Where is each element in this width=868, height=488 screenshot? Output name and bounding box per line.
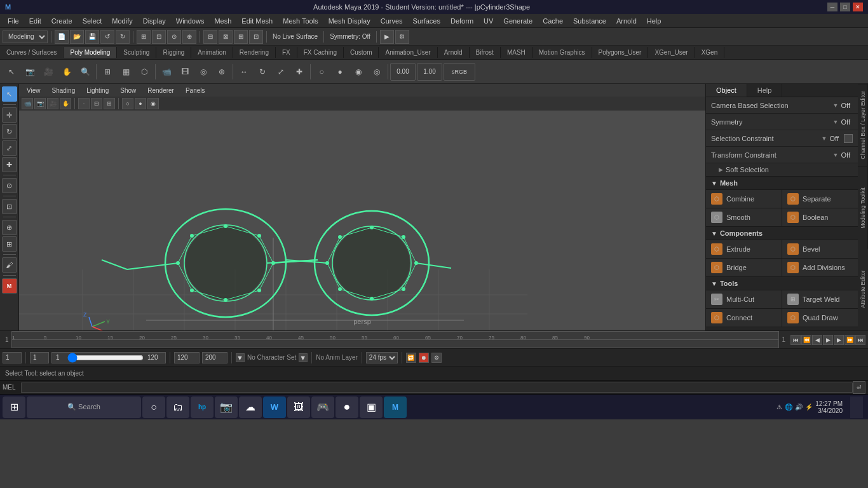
settings-btn[interactable]: ⚙ [431,353,442,363]
menu-generate[interactable]: Generate [498,16,538,26]
slider-max-val[interactable] [145,352,164,363]
vp-menu-renderer[interactable]: Renderer [142,86,179,95]
anim-layer-dropdown[interactable]: ▼ [236,353,245,362]
smooth-btn[interactable]: ⬡ Smooth [706,208,782,226]
snap-btn[interactable]: ⊕ [2,220,17,235]
step-forward-btn[interactable]: ⏩ [844,335,855,345]
tray-icon-4[interactable]: ⚡ [805,403,813,410]
tab-motion-graphics[interactable]: Motion Graphics [532,47,592,58]
combine-btn[interactable]: ⬡ Combine [706,190,782,208]
taskbar-paint[interactable]: 🖼 [287,396,310,418]
icon-shader4[interactable]: ◎ [368,63,386,81]
menu-edit[interactable]: Edit [24,16,46,26]
icon-camera[interactable]: 📷 [21,63,39,81]
menu-modify[interactable]: Modify [107,16,137,26]
transform-constraint-triangle[interactable]: ▼ [833,152,839,158]
mel-enter-btn[interactable]: ⏎ [853,381,865,394]
tools-section-header[interactable]: ▼ Tools [706,277,858,290]
menu-windows[interactable]: Windows [171,16,210,26]
tray-icon-1[interactable]: ⚠ [776,403,782,410]
vp-tb-face[interactable]: ⊞ [104,98,115,109]
open-scene-btn[interactable]: 📂 [70,30,84,44]
field2[interactable] [30,352,49,363]
taskbar-hp[interactable]: hp [191,396,214,418]
icon-frame-all[interactable]: ⊕ [213,63,231,81]
menu-mesh-display[interactable]: Mesh Display [323,16,376,26]
taskbar-word[interactable]: W [263,396,286,418]
menu-create[interactable]: Create [46,16,78,26]
menu-arnold[interactable]: Arnold [611,16,642,26]
icon-isolate[interactable]: ◎ [194,63,212,81]
snap-curve-btn[interactable]: ⊠ [219,30,233,44]
tab-fx-caching[interactable]: FX Caching [297,47,344,58]
menu-edit-mesh[interactable]: Edit Mesh [236,16,278,26]
icon-shader2[interactable]: ● [331,63,349,81]
menu-surfaces[interactable]: Surfaces [408,16,445,26]
menu-mesh[interactable]: Mesh [209,16,236,26]
scale-tool-btn[interactable]: ⤢ [2,140,17,156]
taskbar-unity[interactable]: ▣ [360,396,383,418]
menu-cache[interactable]: Cache [538,16,568,26]
menu-deform[interactable]: Deform [445,16,478,26]
select-tool-btn[interactable]: ↖ [2,86,17,102]
menu-display[interactable]: Display [138,16,171,26]
vp-tb-edge[interactable]: ⊟ [91,98,102,109]
icon-universal[interactable]: ✚ [290,63,308,81]
bevel-btn[interactable]: ⬡ Bevel [782,240,858,258]
step-back-btn[interactable]: ⏪ [801,335,811,345]
icon-rotate[interactable]: ↻ [254,63,271,81]
icon-component[interactable]: ⬡ [135,63,153,81]
current-frame-field[interactable] [3,352,22,363]
select-by-hierarchy-btn[interactable]: ⊞ [137,30,151,44]
next-frame-btn[interactable]: ▶ [834,335,844,345]
icon-zoom[interactable]: 🔍 [76,63,94,81]
vp-menu-shading[interactable]: Shading [47,86,81,95]
render-btn[interactable]: ▶ [380,30,394,44]
menu-substance[interactable]: Substance [568,16,611,26]
vp-menu-view[interactable]: View [22,86,46,95]
vp-menu-show[interactable]: Show [115,86,141,95]
tab-fx[interactable]: FX [276,47,297,58]
paint-btn[interactable]: 🖌 [2,257,17,273]
tab-curves-surfaces[interactable]: Curves / Surfaces [0,47,64,58]
icon-scale[interactable]: ⤢ [272,63,290,81]
icon-pan[interactable]: ✋ [58,63,76,81]
tab-arnold[interactable]: Arnold [438,47,470,58]
icon-camera2[interactable]: 🎥 [39,63,57,81]
maximize-button[interactable]: □ [840,3,850,11]
menu-uv[interactable]: UV [478,16,498,26]
tray-icon-3[interactable]: 🔊 [795,403,803,410]
scroll-down-arrow[interactable]: ▼ [778,330,786,330]
taskbar-cortana[interactable]: ○ [142,396,165,418]
go-end-btn[interactable]: ⏭ [855,335,865,345]
icon-shader1[interactable]: ○ [313,63,330,81]
range-end[interactable] [202,352,227,363]
icon-xform[interactable]: ↔ [235,63,253,81]
start-button[interactable]: ⊞ [3,396,25,418]
rp-tab-object[interactable]: Object [706,84,747,97]
range-start[interactable] [174,352,200,363]
show-manip-btn[interactable]: ⊡ [2,199,17,214]
taskbar-onedrive[interactable]: ☁ [239,396,262,418]
vp-tb-tumble[interactable]: 🎥 [47,98,58,109]
vp-tb-pan[interactable]: ✋ [60,98,71,109]
selection-constraint-checkbox[interactable] [844,134,853,143]
icon-render-cam[interactable]: 📹 [158,63,175,81]
boolean-btn[interactable]: ⬡ Boolean [782,208,858,226]
modeling-toolkit-label[interactable]: Modeling Toolkit [858,166,868,249]
components-section-header[interactable]: ▼ Components [706,227,858,240]
menu-curves[interactable]: Curves [376,16,408,26]
system-clock[interactable]: 12:27 PM3/4/2020 [815,400,848,414]
attribute-editor-label[interactable]: Attribute Editor [858,248,868,330]
snap-surface-btn[interactable]: ⊡ [249,30,263,44]
snap2-btn[interactable]: ⊞ [2,236,17,252]
connect-btn[interactable]: ⬡ Connect [706,309,782,327]
loop-btn[interactable]: 🔁 [406,353,416,363]
tab-custom[interactable]: Custom [344,47,379,58]
tab-mash[interactable]: MASH [501,47,532,58]
minimize-button[interactable]: ─ [827,3,837,11]
new-scene-btn[interactable]: 📄 [55,30,69,44]
camera-based-selection-triangle[interactable]: ▼ [833,102,839,109]
vp-menu-panels[interactable]: Panels [180,86,210,95]
soft-mod-btn[interactable]: ⊙ [2,178,17,193]
